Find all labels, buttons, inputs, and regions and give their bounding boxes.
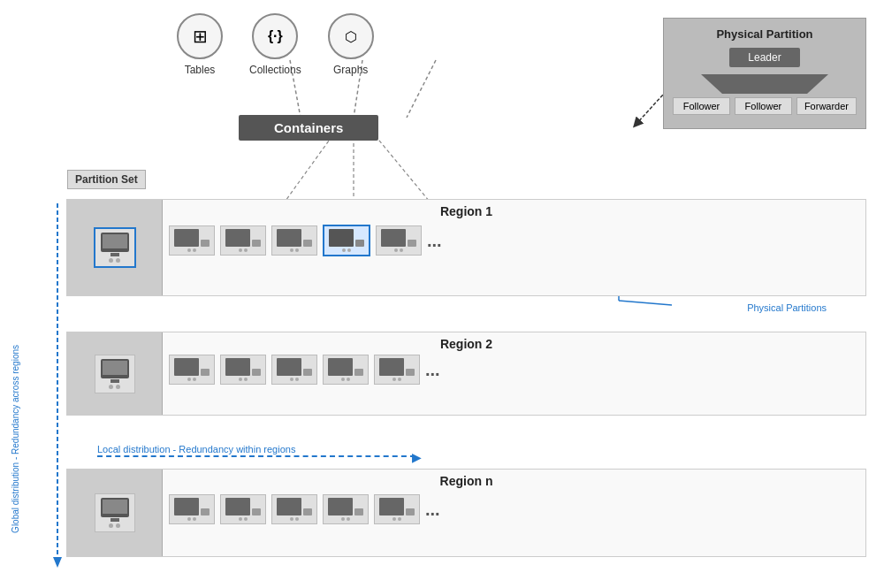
rn-p1 (169, 494, 215, 524)
svg-line-9 (619, 301, 672, 305)
r2-p3 (271, 355, 317, 385)
top-icons-group: ⊞ Tables {·} Collections ⬡ Graphs (177, 13, 374, 76)
region-2-title: Region 2 (67, 332, 865, 355)
forwarder-box: Forwarder (796, 97, 857, 115)
region2-ellipsis: ... (425, 360, 440, 380)
follower-row: Follower Follower Forwarder (673, 97, 857, 115)
graphs-label: Graphs (333, 64, 368, 76)
region-n-box: Region n ... (66, 469, 866, 557)
r2-p4 (323, 355, 369, 385)
region1-ps-partition (94, 227, 136, 268)
region-1-box: Region 1 (66, 199, 866, 296)
svg-marker-29 (53, 557, 62, 568)
region1-ellipsis: ... (427, 231, 442, 251)
partition-set-label: Partition Set (67, 170, 146, 189)
graphs-icon-item: ⬡ Graphs (328, 13, 374, 76)
rn-p5 (374, 494, 420, 524)
graphs-icon: ⬡ (328, 13, 374, 59)
r2-p2 (220, 355, 266, 385)
collections-label: Collections (249, 64, 301, 76)
r1-partition-3 (271, 225, 317, 256)
physical-partition-title: Physical Partition (673, 27, 857, 41)
follower-box-2: Follower (735, 97, 792, 115)
tables-label: Tables (185, 64, 216, 76)
r1-partition-1 (169, 225, 215, 256)
r2-p1 (169, 355, 215, 385)
r1-partition-4-highlighted (323, 225, 370, 256)
follower-box-1: Follower (673, 97, 730, 115)
rn-p3 (271, 494, 317, 524)
physical-partition-box: Physical Partition Leader Follower Follo… (663, 18, 866, 129)
r1-partition-5 (376, 225, 422, 256)
global-distribution-label: Global distribution - Redundancy across … (11, 345, 20, 533)
collections-icon-item: {·} Collections (249, 13, 301, 76)
main-container: ⊞ Tables {·} Collections ⬡ Graphs Contai… (0, 0, 884, 588)
regionn-ps-partition (95, 493, 135, 532)
region-n-title: Region n (67, 470, 865, 493)
collections-icon: {·} (252, 13, 298, 59)
regionn-ellipsis: ... (425, 500, 440, 520)
local-dist-line (97, 455, 415, 457)
r2-p5 (374, 355, 420, 385)
physical-partitions-label: Physical Partitions (747, 302, 827, 313)
local-distribution-label: Local distribution - Redundancy within r… (97, 444, 295, 454)
tables-icon-item: ⊞ Tables (177, 13, 223, 76)
local-dist-arrow-head: ▶ (412, 450, 422, 464)
rn-p2 (220, 494, 266, 524)
tables-icon: ⊞ (177, 13, 223, 59)
region-1-title: Region 1 (67, 200, 865, 223)
r1-partition-2 (220, 225, 266, 256)
region-2-box: Region 2 ... (66, 332, 866, 416)
containers-box: Containers (239, 115, 378, 141)
containers-label: Containers (274, 120, 343, 135)
svg-line-2 (407, 60, 436, 118)
leader-box: Leader (729, 48, 800, 67)
rn-p4 (323, 494, 369, 524)
region2-ps-partition (95, 355, 135, 393)
